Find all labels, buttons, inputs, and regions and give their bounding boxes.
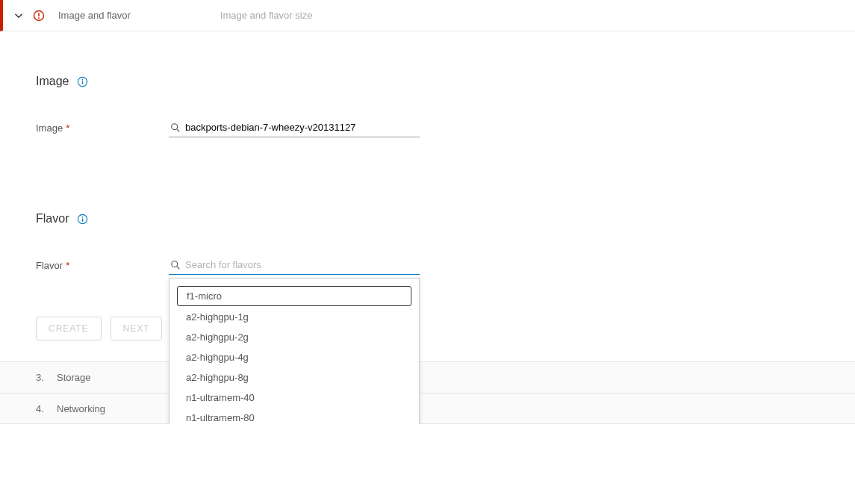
create-button[interactable]: CREATE	[36, 317, 102, 340]
flavor-dropdown: f1-micro a2-highgpu-1g a2-highgpu-2g a2-…	[169, 278, 420, 424]
next-button[interactable]: NEXT	[111, 317, 163, 340]
section-heading-flavor: Flavor	[36, 212, 855, 225]
step-title: Image and flavor	[58, 10, 131, 21]
flavor-option[interactable]: a2-highgpu-2g	[177, 328, 411, 346]
info-icon[interactable]	[76, 75, 88, 87]
search-icon	[170, 260, 181, 270]
flavor-option[interactable]: n1-ultramem-40	[177, 388, 411, 407]
step-networking[interactable]: 4. Networking	[0, 393, 855, 424]
svg-point-2	[38, 17, 40, 19]
svg-line-7	[177, 129, 180, 132]
image-heading-text: Image	[36, 75, 69, 88]
svg-point-4	[82, 78, 84, 80]
flavor-heading-text: Flavor	[36, 212, 69, 225]
svg-point-6	[172, 124, 178, 130]
info-icon[interactable]	[76, 213, 88, 225]
step-label: Networking	[57, 403, 105, 414]
step-number: 3.	[36, 372, 57, 383]
button-row: CREATE NEXT CANCEL	[36, 302, 855, 361]
step-number: 4.	[36, 403, 57, 414]
flavor-option[interactable]: f1-micro	[177, 286, 411, 306]
error-icon	[33, 10, 45, 22]
section-heading-image: Image	[36, 75, 855, 88]
image-section: Image Image*	[36, 31, 855, 137]
chevron-down-icon	[13, 10, 24, 21]
step-subtitle: Image and flavor size	[220, 10, 313, 21]
image-field-label: Image*	[36, 122, 169, 134]
flavor-field-label: Flavor*	[36, 260, 169, 271]
flavor-section: Flavor Flavor* f1-micro a2-highgpu-1g a2…	[36, 160, 855, 275]
flavor-option[interactable]: a2-highgpu-1g	[177, 308, 411, 326]
step-header[interactable]: Image and flavor Image and flavor size	[0, 0, 855, 31]
svg-line-12	[177, 267, 180, 270]
flavor-option[interactable]: n1-ultramem-80	[177, 408, 411, 424]
search-icon	[170, 122, 181, 133]
flavor-option[interactable]: a2-highgpu-4g	[177, 348, 411, 367]
image-input[interactable]	[169, 118, 420, 137]
flavor-option[interactable]: a2-highgpu-8g	[177, 368, 411, 387]
required-marker: *	[66, 260, 69, 271]
svg-point-11	[172, 261, 178, 267]
step-storage[interactable]: 3. Storage	[0, 361, 855, 393]
flavor-option-list[interactable]: f1-micro a2-highgpu-1g a2-highgpu-2g a2-…	[170, 279, 419, 424]
step-label: Storage	[57, 372, 91, 383]
svg-point-9	[82, 216, 84, 217]
flavor-input[interactable]	[169, 255, 420, 275]
required-marker: *	[66, 122, 69, 134]
